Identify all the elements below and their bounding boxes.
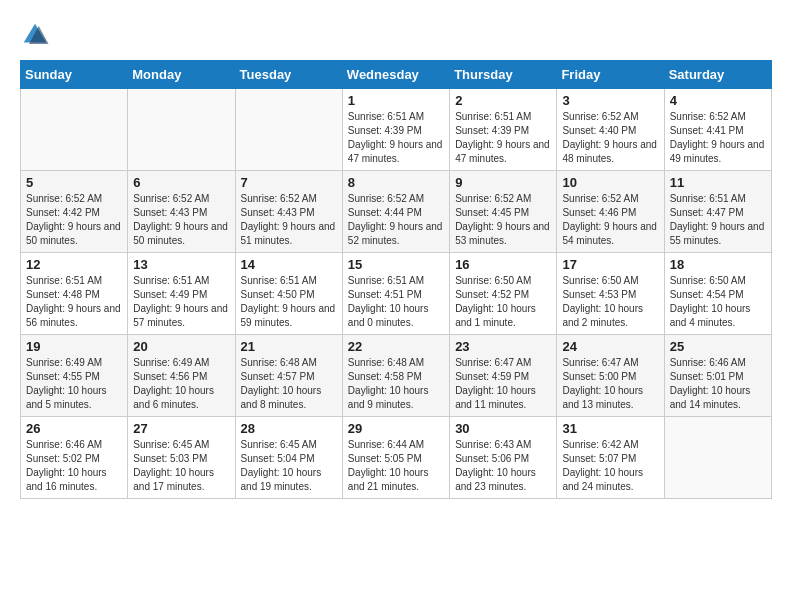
calendar-cell: 19Sunrise: 6:49 AM Sunset: 4:55 PM Dayli… [21, 335, 128, 417]
day-info: Sunrise: 6:47 AM Sunset: 4:59 PM Dayligh… [455, 356, 551, 412]
day-info: Sunrise: 6:52 AM Sunset: 4:40 PM Dayligh… [562, 110, 658, 166]
day-number: 21 [241, 339, 337, 354]
day-number: 12 [26, 257, 122, 272]
day-info: Sunrise: 6:51 AM Sunset: 4:47 PM Dayligh… [670, 192, 766, 248]
day-number: 27 [133, 421, 229, 436]
day-info: Sunrise: 6:52 AM Sunset: 4:41 PM Dayligh… [670, 110, 766, 166]
day-info: Sunrise: 6:51 AM Sunset: 4:39 PM Dayligh… [455, 110, 551, 166]
day-number: 6 [133, 175, 229, 190]
day-info: Sunrise: 6:51 AM Sunset: 4:49 PM Dayligh… [133, 274, 229, 330]
calendar-header-row: SundayMondayTuesdayWednesdayThursdayFrid… [21, 61, 772, 89]
calendar-cell: 7Sunrise: 6:52 AM Sunset: 4:43 PM Daylig… [235, 171, 342, 253]
calendar-week-row: 19Sunrise: 6:49 AM Sunset: 4:55 PM Dayli… [21, 335, 772, 417]
calendar-cell: 11Sunrise: 6:51 AM Sunset: 4:47 PM Dayli… [664, 171, 771, 253]
calendar-cell: 13Sunrise: 6:51 AM Sunset: 4:49 PM Dayli… [128, 253, 235, 335]
day-info: Sunrise: 6:50 AM Sunset: 4:54 PM Dayligh… [670, 274, 766, 330]
calendar-cell: 4Sunrise: 6:52 AM Sunset: 4:41 PM Daylig… [664, 89, 771, 171]
calendar-cell: 9Sunrise: 6:52 AM Sunset: 4:45 PM Daylig… [450, 171, 557, 253]
day-number: 13 [133, 257, 229, 272]
day-number: 2 [455, 93, 551, 108]
day-number: 29 [348, 421, 444, 436]
day-number: 26 [26, 421, 122, 436]
day-number: 8 [348, 175, 444, 190]
calendar-cell: 27Sunrise: 6:45 AM Sunset: 5:03 PM Dayli… [128, 417, 235, 499]
day-info: Sunrise: 6:52 AM Sunset: 4:42 PM Dayligh… [26, 192, 122, 248]
day-number: 14 [241, 257, 337, 272]
day-info: Sunrise: 6:50 AM Sunset: 4:52 PM Dayligh… [455, 274, 551, 330]
calendar-cell: 23Sunrise: 6:47 AM Sunset: 4:59 PM Dayli… [450, 335, 557, 417]
logo [20, 20, 52, 50]
day-info: Sunrise: 6:51 AM Sunset: 4:39 PM Dayligh… [348, 110, 444, 166]
page-header [20, 20, 772, 50]
day-of-week-header: Saturday [664, 61, 771, 89]
calendar-cell: 22Sunrise: 6:48 AM Sunset: 4:58 PM Dayli… [342, 335, 449, 417]
day-number: 24 [562, 339, 658, 354]
day-number: 22 [348, 339, 444, 354]
calendar-cell: 28Sunrise: 6:45 AM Sunset: 5:04 PM Dayli… [235, 417, 342, 499]
day-info: Sunrise: 6:49 AM Sunset: 4:55 PM Dayligh… [26, 356, 122, 412]
day-number: 17 [562, 257, 658, 272]
day-number: 18 [670, 257, 766, 272]
day-number: 15 [348, 257, 444, 272]
calendar-cell: 24Sunrise: 6:47 AM Sunset: 5:00 PM Dayli… [557, 335, 664, 417]
day-info: Sunrise: 6:52 AM Sunset: 4:45 PM Dayligh… [455, 192, 551, 248]
calendar-cell: 30Sunrise: 6:43 AM Sunset: 5:06 PM Dayli… [450, 417, 557, 499]
day-info: Sunrise: 6:51 AM Sunset: 4:50 PM Dayligh… [241, 274, 337, 330]
day-number: 10 [562, 175, 658, 190]
calendar-week-row: 1Sunrise: 6:51 AM Sunset: 4:39 PM Daylig… [21, 89, 772, 171]
day-number: 11 [670, 175, 766, 190]
day-number: 5 [26, 175, 122, 190]
calendar-cell: 18Sunrise: 6:50 AM Sunset: 4:54 PM Dayli… [664, 253, 771, 335]
day-info: Sunrise: 6:52 AM Sunset: 4:46 PM Dayligh… [562, 192, 658, 248]
calendar-cell [21, 89, 128, 171]
day-info: Sunrise: 6:44 AM Sunset: 5:05 PM Dayligh… [348, 438, 444, 494]
calendar-cell: 31Sunrise: 6:42 AM Sunset: 5:07 PM Dayli… [557, 417, 664, 499]
day-number: 28 [241, 421, 337, 436]
day-info: Sunrise: 6:48 AM Sunset: 4:57 PM Dayligh… [241, 356, 337, 412]
day-info: Sunrise: 6:52 AM Sunset: 4:43 PM Dayligh… [241, 192, 337, 248]
calendar-cell: 5Sunrise: 6:52 AM Sunset: 4:42 PM Daylig… [21, 171, 128, 253]
calendar-cell: 3Sunrise: 6:52 AM Sunset: 4:40 PM Daylig… [557, 89, 664, 171]
calendar-week-row: 12Sunrise: 6:51 AM Sunset: 4:48 PM Dayli… [21, 253, 772, 335]
calendar-cell: 15Sunrise: 6:51 AM Sunset: 4:51 PM Dayli… [342, 253, 449, 335]
day-number: 7 [241, 175, 337, 190]
day-number: 30 [455, 421, 551, 436]
calendar-cell: 12Sunrise: 6:51 AM Sunset: 4:48 PM Dayli… [21, 253, 128, 335]
calendar-cell: 16Sunrise: 6:50 AM Sunset: 4:52 PM Dayli… [450, 253, 557, 335]
day-number: 19 [26, 339, 122, 354]
day-info: Sunrise: 6:45 AM Sunset: 5:04 PM Dayligh… [241, 438, 337, 494]
calendar-cell: 6Sunrise: 6:52 AM Sunset: 4:43 PM Daylig… [128, 171, 235, 253]
day-info: Sunrise: 6:48 AM Sunset: 4:58 PM Dayligh… [348, 356, 444, 412]
day-number: 25 [670, 339, 766, 354]
day-info: Sunrise: 6:45 AM Sunset: 5:03 PM Dayligh… [133, 438, 229, 494]
day-info: Sunrise: 6:42 AM Sunset: 5:07 PM Dayligh… [562, 438, 658, 494]
calendar-cell: 8Sunrise: 6:52 AM Sunset: 4:44 PM Daylig… [342, 171, 449, 253]
day-info: Sunrise: 6:46 AM Sunset: 5:01 PM Dayligh… [670, 356, 766, 412]
day-of-week-header: Tuesday [235, 61, 342, 89]
day-number: 31 [562, 421, 658, 436]
day-number: 4 [670, 93, 766, 108]
day-of-week-header: Wednesday [342, 61, 449, 89]
day-number: 20 [133, 339, 229, 354]
calendar-cell: 14Sunrise: 6:51 AM Sunset: 4:50 PM Dayli… [235, 253, 342, 335]
day-number: 16 [455, 257, 551, 272]
calendar-table: SundayMondayTuesdayWednesdayThursdayFrid… [20, 60, 772, 499]
day-number: 1 [348, 93, 444, 108]
calendar-cell: 1Sunrise: 6:51 AM Sunset: 4:39 PM Daylig… [342, 89, 449, 171]
day-info: Sunrise: 6:51 AM Sunset: 4:51 PM Dayligh… [348, 274, 444, 330]
calendar-cell: 2Sunrise: 6:51 AM Sunset: 4:39 PM Daylig… [450, 89, 557, 171]
calendar-cell: 17Sunrise: 6:50 AM Sunset: 4:53 PM Dayli… [557, 253, 664, 335]
calendar-cell [664, 417, 771, 499]
calendar-cell: 29Sunrise: 6:44 AM Sunset: 5:05 PM Dayli… [342, 417, 449, 499]
day-number: 3 [562, 93, 658, 108]
day-of-week-header: Friday [557, 61, 664, 89]
day-number: 9 [455, 175, 551, 190]
calendar-cell: 25Sunrise: 6:46 AM Sunset: 5:01 PM Dayli… [664, 335, 771, 417]
day-info: Sunrise: 6:51 AM Sunset: 4:48 PM Dayligh… [26, 274, 122, 330]
day-of-week-header: Thursday [450, 61, 557, 89]
calendar-cell [128, 89, 235, 171]
day-info: Sunrise: 6:47 AM Sunset: 5:00 PM Dayligh… [562, 356, 658, 412]
day-of-week-header: Sunday [21, 61, 128, 89]
calendar-cell: 20Sunrise: 6:49 AM Sunset: 4:56 PM Dayli… [128, 335, 235, 417]
day-of-week-header: Monday [128, 61, 235, 89]
